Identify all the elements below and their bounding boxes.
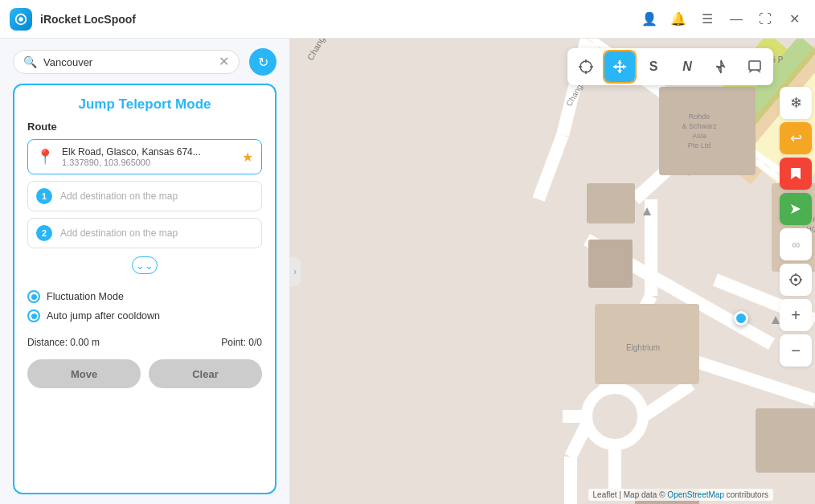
app-title: iRocket LocSpoof [40,13,638,26]
route-item-text: Elk Road, Glasco, Kansas 674... 1.337890… [62,146,234,167]
search-bar: 🔍 ✕ [13,50,240,74]
svg-rect-59 [749,61,760,70]
fluctuation-option[interactable]: Fluctuation Mode [27,290,262,303]
dest-num-1: 1 [36,188,52,204]
svg-rect-32 [587,183,635,223]
autojump-radio[interactable] [27,309,40,322]
attribution-contributors: contributors [727,490,768,499]
autojump-label: Auto jump after cooldown [47,310,160,322]
minimize-button[interactable]: — [725,8,747,31]
map-attribution: Leaflet | Map data © OpenStreetMap contr… [588,489,773,501]
maximize-button[interactable]: ⛶ [754,8,776,31]
fluctuation-radio-inner [31,294,37,300]
panel-collapse-button[interactable]: › [289,257,301,286]
move-button[interactable]: Move [27,359,141,388]
send-tool[interactable] [780,193,812,225]
svg-marker-57 [623,64,626,69]
action-buttons: Move Clear [27,359,262,388]
svg-text:Rohde: Rohde [689,113,711,121]
autojump-radio-inner [31,313,37,319]
expand-button[interactable]: ⌄⌄ [132,256,158,274]
svg-text:Eightrium: Eightrium [626,343,660,352]
refresh-button[interactable]: ↻ [249,48,276,76]
map-canvas: Rohde & Schwarz Asia Pte Ltd Soo Kee HQ … [289,39,815,504]
crosshair-tool[interactable] [571,51,601,82]
bookmark-tool[interactable] [780,158,812,190]
distance-stat: Distance: 0.00 m [27,337,100,348]
teleport-title: Jump Teleport Mode [27,96,262,113]
dest-item-2[interactable]: 2 Add destination on the map [27,218,262,248]
search-clear-button[interactable]: ✕ [219,55,229,68]
freeze-tool[interactable]: ❄ [780,87,812,119]
svg-text:Pte Ltd: Pte Ltd [688,141,711,150]
svg-marker-55 [617,70,622,73]
svg-marker-62 [791,204,801,214]
history-tool[interactable] [739,51,770,82]
jump-route-tool[interactable]: N [672,51,702,82]
teleport-card: Jump Teleport Mode Route 📍 Elk Road, Gla… [13,84,276,494]
map-toolbar: S N [567,48,773,85]
profile-icon[interactable]: 👤 [638,8,661,31]
bell-icon[interactable]: 🔔 [667,8,690,31]
teleport-tool[interactable] [706,51,736,82]
menu-icon[interactable]: ☰ [696,8,719,31]
search-input[interactable] [43,56,212,68]
dest-item-1[interactable]: 1 Add destination on the map [27,181,262,211]
svg-point-64 [794,278,797,281]
svg-text:Asia: Asia [692,132,706,140]
options-section: Fluctuation Mode Auto jump after cooldow… [27,282,262,326]
expand-button-container: ⌄⌄ [27,256,262,274]
zoom-in-button[interactable]: + [780,299,812,331]
route-item-name: Elk Road, Glasco, Kansas 674... [62,146,234,158]
svg-marker-54 [617,60,622,64]
link-tool[interactable]: ∞ [780,228,812,260]
svg-point-18 [587,388,643,445]
svg-rect-33 [588,240,633,288]
left-panel: 🔍 ✕ ↻ Jump Teleport Mode Route 📍 Elk Roa… [0,39,289,504]
stats-row: Distance: 0.00 m Point: 0/0 [27,334,262,351]
locate-tool[interactable] [780,264,812,296]
osm-link: OpenStreetMap [667,490,724,499]
route-item[interactable]: 📍 Elk Road, Glasco, Kansas 674... 1.3378… [27,139,262,174]
svg-point-1 [18,17,23,21]
map-area[interactable]: Rohde & Schwarz Asia Pte Ltd Soo Kee HQ … [289,39,815,504]
svg-rect-38 [756,408,815,473]
dest-text-2: Add destination on the map [60,227,178,239]
right-sidebar: ❄ ↩ ∞ + − [780,87,812,367]
clear-button[interactable]: Clear [149,359,262,388]
main-layout: 🔍 ✕ ↻ Jump Teleport Mode Route 📍 Elk Roa… [0,39,815,504]
dest-num-2: 2 [36,225,52,241]
leaflet-link: Leaflet [593,490,617,499]
attribution-separator: | Map data © [619,490,667,499]
fluctuation-label: Fluctuation Mode [47,291,124,302]
location-icon: 📍 [36,148,54,166]
curve-route-tool[interactable]: S [638,51,669,82]
move-tool[interactable] [604,51,635,82]
dest-text-1: Add destination on the map [60,191,178,202]
svg-text:& Schwarz: & Schwarz [682,122,717,130]
svg-marker-56 [613,64,616,69]
svg-point-47 [580,61,592,72]
search-icon: 🔍 [23,55,37,68]
window-controls: 👤 🔔 ☰ — ⛶ ✕ [638,8,805,31]
location-dot [734,311,748,326]
app-logo [10,8,32,31]
close-button[interactable]: ✕ [783,8,805,31]
title-bar: iRocket LocSpoof 👤 🔔 ☰ — ⛶ ✕ [0,0,815,39]
back-tool[interactable]: ↩ [780,122,812,154]
route-section: Route 📍 Elk Road, Glasco, Kansas 674... … [27,121,262,274]
svg-rect-24 [659,87,756,175]
route-label: Route [27,121,262,133]
route-item-coords: 1.337890, 103.965000 [62,158,234,167]
point-stat: Point: 0/0 [221,337,262,348]
autojump-option[interactable]: Auto jump after cooldown [27,309,262,322]
fluctuation-radio[interactable] [27,290,40,303]
zoom-out-button[interactable]: − [780,334,812,367]
star-icon[interactable]: ★ [242,150,253,165]
